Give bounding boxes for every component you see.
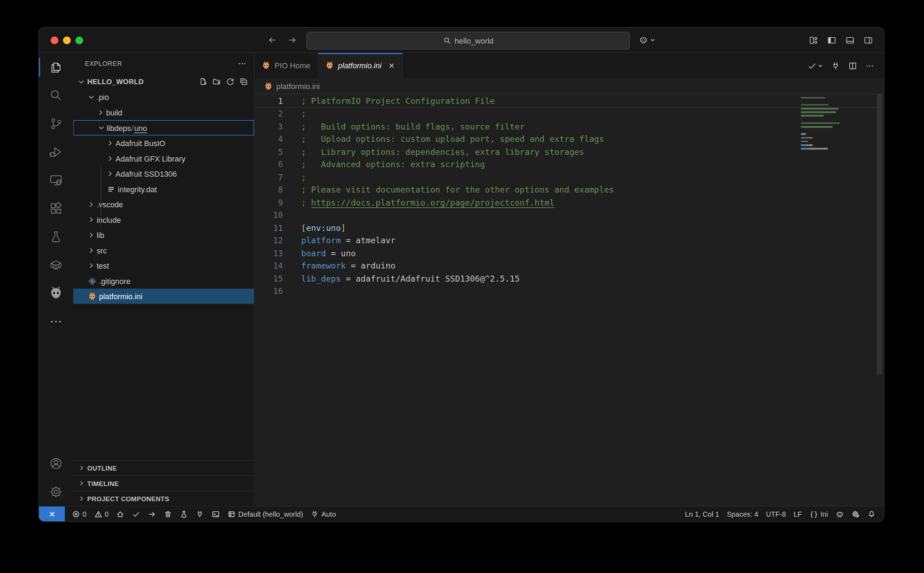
- toggle-panel-icon[interactable]: [845, 35, 855, 45]
- tree-item-vscode[interactable]: .vscode: [73, 197, 254, 212]
- status-language-mode[interactable]: {}Ini: [809, 510, 828, 518]
- sidebar-more-icon[interactable]: [237, 59, 247, 68]
- code-line-11[interactable]: 11[env:uno]: [254, 221, 884, 234]
- section-outline[interactable]: OUTLINE: [73, 460, 254, 476]
- close-window-button[interactable]: [51, 36, 58, 44]
- close-icon[interactable]: [388, 62, 396, 70]
- tree-item-build[interactable]: build: [73, 105, 254, 121]
- status-indentation[interactable]: Spaces: 4: [727, 510, 758, 518]
- status-serial-port[interactable]: Auto: [311, 510, 336, 518]
- status-pio-home[interactable]: [116, 510, 124, 518]
- activity-extensions[interactable]: [39, 194, 73, 222]
- status-extension-settings[interactable]: [852, 510, 860, 518]
- tree-item-gitignore[interactable]: .gitignore: [73, 273, 254, 289]
- code-line-1[interactable]: 1; PlatformIO Project Configuration File: [254, 94, 884, 107]
- toggle-primary-sidebar-icon[interactable]: [827, 35, 837, 45]
- tree-item-pio[interactable]: .pio: [73, 89, 254, 105]
- status-eol[interactable]: LF: [794, 510, 802, 518]
- status-warnings[interactable]: 0: [94, 510, 108, 518]
- trash-icon: [164, 510, 172, 518]
- status-pio-build[interactable]: [132, 510, 140, 518]
- activity-accounts[interactable]: [39, 449, 73, 478]
- status-project-environment[interactable]: Default (hello_world): [228, 510, 303, 518]
- status-cursor-position[interactable]: Ln 1, Col 1: [685, 510, 719, 518]
- code-line-12[interactable]: 12platform = atmelavr: [254, 234, 884, 247]
- tree-item-adafruit-gfx-library[interactable]: Adafruit GFX Library: [73, 151, 254, 166]
- forward-icon[interactable]: [286, 34, 298, 46]
- activity-run-and-debug[interactable]: [39, 138, 73, 166]
- status-pio-upload[interactable]: [148, 510, 156, 518]
- tree-item-adafruit-busio[interactable]: Adafruit BusIO: [73, 136, 254, 151]
- pio-build-action[interactable]: [808, 61, 823, 70]
- activity-source-control[interactable]: [39, 110, 73, 138]
- code-line-5[interactable]: 5; Library options: dependencies, extra …: [254, 146, 884, 158]
- back-icon[interactable]: [266, 34, 278, 46]
- git-icon: [86, 277, 97, 285]
- tree-item-adafruit-ssd1306[interactable]: Adafruit SSD1306: [73, 166, 254, 182]
- code-editor[interactable]: 1; PlatformIO Project Configuration File…: [254, 94, 884, 506]
- activity-platformio[interactable]: [39, 279, 73, 307]
- status-pio-terminal[interactable]: [212, 510, 220, 518]
- activity-search[interactable]: [39, 81, 73, 110]
- status-copilot[interactable]: [836, 510, 844, 518]
- code-line-14[interactable]: 14framework = arduino: [254, 259, 884, 272]
- project-root-row[interactable]: HELLO_WORLD: [73, 74, 254, 89]
- code-line-2[interactable]: 2;: [254, 107, 884, 120]
- code-line-7[interactable]: 7;: [254, 171, 884, 183]
- toggle-secondary-sidebar-icon[interactable]: [863, 35, 873, 45]
- section-project-components[interactable]: PROJECT COMPONENTS: [73, 491, 254, 506]
- tree-item-lib[interactable]: lib: [73, 227, 254, 243]
- code-line-3[interactable]: 3; Build options: build flags, source fi…: [254, 120, 884, 133]
- code-line-10[interactable]: 10: [254, 209, 884, 221]
- new-folder-icon[interactable]: [212, 77, 221, 86]
- minimap-line: [801, 129, 851, 132]
- code-line-16[interactable]: 16: [254, 285, 884, 297]
- line-number: 5: [254, 147, 283, 157]
- serial-monitor-icon[interactable]: [831, 61, 841, 70]
- tree-item-test[interactable]: test: [73, 258, 254, 274]
- code-line-6[interactable]: 6; Advanced options: extra scripting: [254, 158, 884, 171]
- minimap[interactable]: [801, 96, 851, 155]
- new-file-icon[interactable]: [199, 77, 207, 86]
- code-line-9[interactable]: 9; https://docs.platformio.org/page/proj…: [254, 196, 884, 209]
- copilot-menu[interactable]: [639, 35, 656, 45]
- status-errors[interactable]: 0: [72, 510, 86, 518]
- tree-item-integrity-dat[interactable]: integrity.dat: [73, 181, 254, 197]
- code-line-15[interactable]: 15lib_deps = adafruit/Adafruit SSD1306@^…: [254, 272, 884, 285]
- zoom-window-button[interactable]: [75, 36, 83, 44]
- breadcrumb[interactable]: platformio.ini: [254, 79, 884, 94]
- tab-pio-home[interactable]: PIO Home: [254, 53, 318, 78]
- activity-testing[interactable]: [39, 223, 73, 251]
- code-line-8[interactable]: 8; Please visit documentation for the ot…: [254, 183, 884, 196]
- status-encoding[interactable]: UTF-8: [766, 510, 786, 518]
- tab-platformio-ini[interactable]: platformio.ini: [318, 53, 403, 79]
- status-notifications[interactable]: [867, 510, 875, 518]
- activity-platformio-core[interactable]: [39, 251, 73, 279]
- tree-item-libdeps-uno[interactable]: libdeps/uno: [73, 120, 254, 136]
- activity-more-views[interactable]: [39, 308, 73, 336]
- activity-settings[interactable]: [39, 478, 73, 506]
- status-pio-test[interactable]: [180, 510, 188, 518]
- tree-item-src[interactable]: src: [73, 243, 254, 258]
- remote-indicator[interactable]: [39, 506, 65, 521]
- customize-layout-icon[interactable]: [808, 35, 818, 45]
- code-line-4[interactable]: 4; Upload options: custom upload port, s…: [254, 133, 884, 146]
- tree-item-include[interactable]: include: [73, 212, 254, 227]
- activity-explorer[interactable]: [39, 53, 73, 81]
- more-actions-icon[interactable]: [865, 61, 875, 70]
- collapse-folders-icon[interactable]: [239, 77, 248, 86]
- activity-remote-explorer[interactable]: [39, 166, 73, 194]
- status-pio-serial-monitor[interactable]: [196, 510, 204, 518]
- status-right: Ln 1, Col 1Spaces: 4UTF-8LF{}Ini: [678, 506, 884, 521]
- sidebar-title: EXPLORER: [85, 60, 122, 67]
- command-center-search[interactable]: hello_world: [306, 32, 630, 49]
- tree-item-platformio-ini[interactable]: platformio.ini: [73, 289, 254, 304]
- status-pio-clean[interactable]: [164, 510, 172, 518]
- editor-scrollbar[interactable]: [877, 94, 882, 374]
- split-editor-icon[interactable]: [848, 61, 857, 70]
- code-line-13[interactable]: 13board = uno: [254, 247, 884, 259]
- refresh-explorer-icon[interactable]: [226, 77, 235, 86]
- file-lines-icon: [105, 185, 116, 194]
- section-timeline[interactable]: TIMELINE: [73, 475, 254, 491]
- minimize-window-button[interactable]: [63, 36, 71, 44]
